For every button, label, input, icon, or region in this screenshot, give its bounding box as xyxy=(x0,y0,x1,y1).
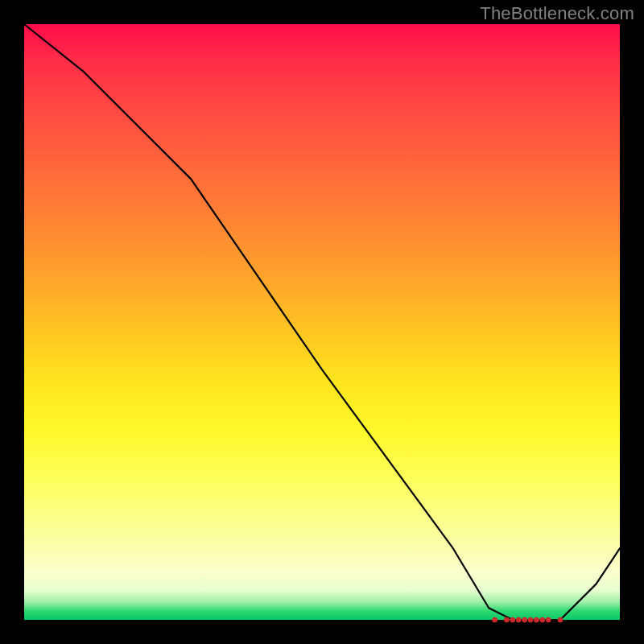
svg-point-0 xyxy=(493,617,497,622)
svg-point-1 xyxy=(504,617,509,622)
svg-point-8 xyxy=(546,617,551,622)
svg-point-9 xyxy=(558,617,563,622)
svg-point-3 xyxy=(516,617,521,622)
chart-svg xyxy=(24,24,620,620)
plot-area xyxy=(24,24,620,620)
svg-point-4 xyxy=(522,617,527,622)
svg-point-7 xyxy=(540,617,545,622)
watermark-text: TheBottleneck.com xyxy=(480,3,634,24)
svg-point-2 xyxy=(510,617,515,622)
bottleneck-curve xyxy=(24,24,620,620)
svg-point-6 xyxy=(534,617,539,622)
chart-frame: TheBottleneck.com xyxy=(0,0,644,644)
svg-point-5 xyxy=(528,617,533,622)
